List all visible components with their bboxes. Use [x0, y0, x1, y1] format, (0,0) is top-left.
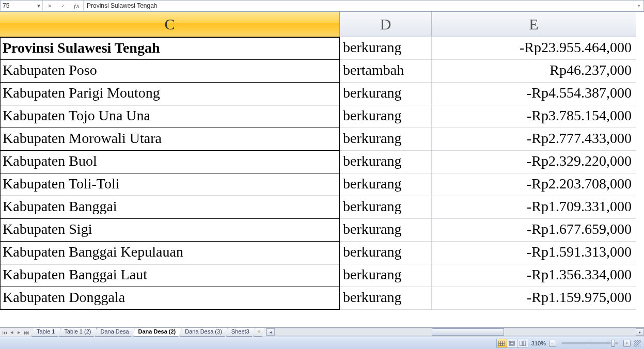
expand-formula-bar-button[interactable]: ▾ — [634, 1, 643, 11]
tab-nav-next[interactable]: ▸ — [15, 329, 23, 336]
cell-D[interactable]: berkurang — [340, 264, 432, 287]
cell-E[interactable]: -Rp23.955.464,000 — [432, 37, 636, 60]
table-row: Kabupaten Donggalaberkurang-Rp1.159.975,… — [0, 287, 644, 310]
zoom-slider[interactable] — [561, 342, 618, 344]
cell-C[interactable]: Kabupaten Parigi Moutong — [0, 83, 340, 105]
cell-D[interactable]: berkurang — [340, 173, 432, 196]
cell-D[interactable]: berkurang — [340, 287, 432, 310]
cell-C[interactable]: Kabupaten Morowali Utara — [0, 128, 340, 151]
cell-D[interactable]: berkurang — [340, 242, 432, 264]
name-box[interactable]: 75 — [1, 2, 35, 9]
cell-E[interactable]: -Rp4.554.387,000 — [432, 83, 636, 105]
grid-view-icon — [498, 341, 505, 346]
sheet-tab[interactable]: Dana Desa (3) — [179, 328, 228, 337]
table-row: Kabupaten Sigiberkurang-Rp1.677.659,000 — [0, 219, 644, 242]
name-box-dropdown[interactable]: ▾ — [35, 1, 42, 11]
formula-bar: 75 ▾ ✕ ✓ ƒx Provinsi Sulawesi Tengah ▾ — [0, 0, 644, 11]
table-row: Kabupaten Banggai Kepulauanberkurang-Rp1… — [0, 242, 644, 264]
scrollbar-thumb[interactable] — [432, 328, 504, 336]
tab-nav-buttons: ⏮ ◂ ▸ ⏭ — [0, 328, 31, 337]
cell-D[interactable]: berkurang — [340, 37, 432, 60]
page-layout-icon — [509, 341, 515, 346]
cell-E[interactable]: -Rp1.159.975,000 — [432, 287, 636, 310]
scroll-left-button[interactable]: ◂ — [266, 328, 275, 336]
cell-E[interactable]: -Rp2.203.708,000 — [432, 173, 636, 196]
scroll-right-button[interactable]: ▸ — [636, 328, 644, 336]
tab-nav-last[interactable]: ⏭ — [23, 329, 30, 336]
cancel-formula-button[interactable]: ✕ — [43, 1, 56, 11]
cell-E[interactable]: -Rp1.356.334,000 — [432, 264, 636, 287]
cell-E[interactable]: -Rp1.709.331,000 — [432, 196, 636, 219]
cell-D[interactable]: berkurang — [340, 128, 432, 151]
svg-rect-7 — [523, 341, 526, 346]
svg-rect-6 — [520, 341, 522, 346]
sheet-tab[interactable]: Table 1 (2) — [58, 328, 97, 337]
column-headers: CDE — [0, 12, 644, 37]
cell-C[interactable]: Provinsi Sulawesi Tengah — [0, 37, 340, 60]
cell-E[interactable]: -Rp3.785.154,000 — [432, 105, 636, 128]
table-row: Kabupaten PosobertambahRp46.237,000 — [0, 60, 644, 83]
cell-C[interactable]: Kabupaten Sigi — [0, 219, 340, 242]
sheet-tabs-bar: ⏮ ◂ ▸ ⏭ Table 1Table 1 (2)Dana DesaDana … — [0, 327, 644, 337]
zoom-slider-midpoint — [590, 341, 590, 346]
table-row: Provinsi Sulawesi Tengahberkurang-Rp23.9… — [0, 37, 644, 60]
spreadsheet-grid[interactable]: CDE Provinsi Sulawesi Tengahberkurang-Rp… — [0, 11, 644, 327]
cell-D[interactable]: berkurang — [340, 196, 432, 219]
sheet-tab[interactable]: Table 1 — [31, 328, 60, 337]
cell-C[interactable]: Kabupaten Banggai Kepulauan — [0, 242, 340, 264]
insert-function-button[interactable]: ƒx — [70, 1, 83, 11]
cell-D[interactable]: berkurang — [340, 105, 432, 128]
table-row: Kabupaten Parigi Moutongberkurang-Rp4.55… — [0, 83, 644, 105]
cell-C[interactable]: Kabupaten Banggai Laut — [0, 264, 340, 287]
cell-D[interactable]: berkurang — [340, 151, 432, 173]
cell-D[interactable]: berkurang — [340, 219, 432, 242]
cell-C[interactable]: Kabupaten Banggai — [0, 196, 340, 219]
accept-formula-button[interactable]: ✓ — [56, 1, 70, 11]
status-bar: 310% − + — [0, 337, 644, 349]
sheet-tabs: Table 1Table 1 (2)Dana DesaDana Desa (2)… — [31, 328, 263, 337]
zoom-in-button[interactable]: + — [623, 340, 631, 347]
formula-input[interactable]: Provinsi Sulawesi Tengah — [84, 1, 634, 11]
svg-rect-5 — [510, 342, 513, 344]
cell-E[interactable]: -Rp2.777.433,000 — [432, 128, 636, 151]
sheet-tab[interactable]: Dana Desa (2) — [133, 328, 182, 337]
table-row: Kabupaten Tojo Una Unaberkurang-Rp3.785.… — [0, 105, 644, 128]
normal-view-button[interactable] — [497, 339, 507, 347]
cell-C[interactable]: Kabupaten Poso — [0, 60, 340, 83]
column-header-E[interactable]: E — [432, 12, 636, 37]
horizontal-scrollbar[interactable]: ◂ ▸ — [266, 328, 644, 336]
sheet-tab[interactable]: Dana Desa — [95, 328, 134, 337]
page-layout-view-button[interactable] — [507, 339, 517, 347]
zoom-out-button[interactable]: − — [549, 340, 556, 347]
cell-E[interactable]: -Rp1.591.313,000 — [432, 242, 636, 264]
page-break-view-button[interactable] — [517, 339, 528, 347]
cell-C[interactable]: Kabupaten Donggala — [0, 287, 340, 310]
table-row: Kabupaten Toli-Toliberkurang-Rp2.203.708… — [0, 173, 644, 196]
fx-icon: ƒx — [73, 2, 79, 10]
tab-nav-prev[interactable]: ◂ — [8, 329, 15, 336]
cell-E[interactable]: -Rp2.329.220,000 — [432, 151, 636, 173]
new-sheet-tab[interactable]: ✧ — [253, 328, 265, 337]
table-row: Kabupaten Morowali Utaraberkurang-Rp2.77… — [0, 128, 644, 151]
window-resize-grip[interactable] — [634, 340, 641, 347]
zoom-slider-thumb[interactable] — [611, 340, 615, 347]
table-row: Kabupaten Buolberkurang-Rp2.329.220,000 — [0, 151, 644, 173]
chevron-down-icon: ▾ — [638, 3, 640, 8]
formula-bar-buttons: ✕ ✓ ƒx — [43, 1, 84, 11]
cell-C[interactable]: Kabupaten Buol — [0, 151, 340, 173]
cell-C[interactable]: Kabupaten Toli-Toli — [0, 173, 340, 196]
cell-E[interactable]: Rp46.237,000 — [432, 60, 636, 83]
cell-D[interactable]: bertambah — [340, 60, 432, 83]
cell-D[interactable]: berkurang — [340, 83, 432, 105]
sheet-tab[interactable]: Sheet3 — [226, 328, 255, 337]
cell-C[interactable]: Kabupaten Tojo Una Una — [0, 105, 340, 128]
column-header-C[interactable]: C — [0, 12, 340, 37]
table-row: Kabupaten Banggai Lautberkurang-Rp1.356.… — [0, 264, 644, 287]
tab-nav-first[interactable]: ⏮ — [1, 329, 8, 336]
chevron-down-icon: ▾ — [37, 2, 40, 9]
cell-E[interactable]: -Rp1.677.659,000 — [432, 219, 636, 242]
column-header-D[interactable]: D — [340, 12, 432, 37]
view-mode-buttons — [496, 339, 528, 348]
grid-rows: Provinsi Sulawesi Tengahberkurang-Rp23.9… — [0, 37, 644, 310]
zoom-label[interactable]: 310% — [531, 340, 546, 346]
